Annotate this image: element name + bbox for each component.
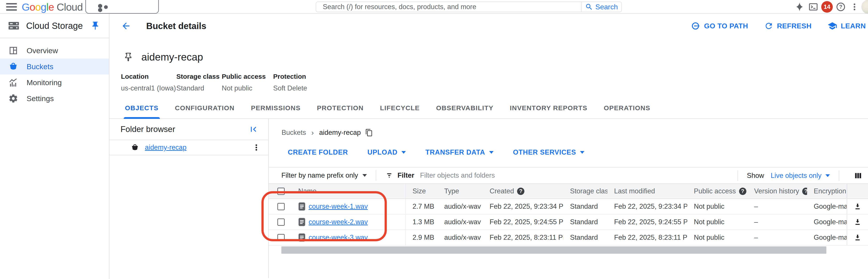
help-icon[interactable]: ? — [834, 0, 848, 14]
bucket-tabs: OBJECTS CONFIGURATION PERMISSIONS PROTEC… — [110, 99, 868, 119]
dashboard-icon — [8, 46, 18, 55]
download-button[interactable] — [854, 218, 862, 226]
table-row: course-week-3.wav 2.9 MB audio/x-wav Feb… — [269, 230, 868, 246]
show-live-objects-dropdown[interactable]: Live objects only — [771, 172, 830, 179]
meta-label: Protection — [273, 73, 326, 80]
horizontal-scrollbar[interactable] — [281, 246, 826, 254]
copy-icon[interactable] — [365, 129, 373, 137]
go-to-path-icon — [691, 21, 701, 31]
collapse-panel-icon[interactable] — [248, 124, 258, 134]
more-options-icon[interactable] — [848, 0, 861, 14]
filter-bar: Filter by name prefix only Filter Show L… — [269, 167, 868, 184]
back-arrow-icon[interactable] — [121, 21, 131, 31]
tab-objects[interactable]: OBJECTS — [124, 104, 160, 118]
project-picker[interactable] — [85, 0, 159, 14]
user-avatar[interactable] — [861, 0, 868, 14]
sidebar-item-buckets[interactable]: Buckets — [0, 59, 109, 75]
cloud-shell-icon[interactable] — [806, 0, 820, 14]
create-folder-button[interactable]: CREATE FOLDER — [288, 148, 348, 156]
download-button[interactable] — [854, 202, 862, 211]
top-bar-icons: 14 ? — [793, 0, 868, 14]
table-row: course-week-2.wav 1.3 MB audio/x-wav Feb… — [269, 215, 868, 230]
cloud-storage-product-icon — [7, 20, 20, 32]
breadcrumb-buckets-link[interactable]: Buckets — [282, 129, 306, 137]
download-button[interactable] — [854, 233, 862, 242]
table-row: course-week-1.wav 2.7 MB audio/x-wav Feb… — [269, 199, 868, 215]
select-all-checkbox[interactable] — [277, 188, 285, 195]
table-header-row: Name Size Type Created? Storage class La… — [269, 184, 868, 199]
objects-panel: Buckets › aidemy-recap CREATE FOLDER UPL… — [269, 119, 868, 278]
refresh-button[interactable]: REFRESH — [764, 21, 811, 31]
meta-label: Public access — [222, 73, 273, 80]
divider — [738, 170, 738, 181]
folder-browser-bucket-row: aidemy-recap — [110, 140, 268, 155]
tab-permissions[interactable]: PERMISSIONS — [250, 104, 302, 118]
bucket-name: aidemy-recap — [141, 51, 203, 63]
divider — [376, 170, 376, 181]
sidebar-item-overview[interactable]: Overview — [0, 43, 109, 59]
tab-lifecycle[interactable]: LIFECYCLE — [379, 104, 421, 118]
breadcrumb-current: aidemy-recap — [319, 129, 361, 137]
meta-label: Storage class — [176, 73, 222, 80]
folder-browser-title: Folder browser — [121, 124, 175, 134]
filter-prefix-dropdown[interactable]: Filter by name prefix only — [281, 171, 367, 179]
bucket-icon — [131, 143, 139, 152]
bucket-title-row: aidemy-recap — [124, 51, 868, 63]
download-icon — [854, 233, 862, 242]
help-icon[interactable]: ? — [739, 188, 746, 195]
help-icon[interactable]: ? — [802, 188, 807, 195]
go-to-path-button[interactable]: GO TO PATH — [691, 21, 748, 31]
sidebar-item-monitoring[interactable]: Monitoring — [0, 75, 109, 90]
folder-browser-bucket-link[interactable]: aidemy-recap — [145, 143, 252, 151]
tab-configuration[interactable]: CONFIGURATION — [174, 104, 236, 118]
columns-icon — [854, 171, 863, 180]
cloud-logo-text: Cloud — [57, 1, 83, 13]
search-input[interactable] — [316, 2, 581, 12]
google-cloud-logo[interactable]: Google Cloud — [22, 1, 83, 12]
meta-value: us-central1 (Iowa) — [121, 84, 176, 92]
show-label: Show — [747, 172, 764, 179]
object-link[interactable]: course-week-2.wav — [309, 218, 368, 226]
refresh-icon — [764, 21, 773, 31]
hamburger-menu-icon[interactable] — [6, 3, 17, 11]
meta-value: Standard — [176, 84, 222, 92]
row-checkbox[interactable] — [277, 234, 285, 241]
chevron-down-icon — [489, 151, 494, 154]
graduation-cap-icon — [828, 21, 837, 31]
gcp-console-page: Google Cloud Search 14 — [0, 0, 868, 279]
other-services-button[interactable]: OTHER SERVICES — [513, 148, 585, 156]
tab-inventory-reports[interactable]: INVENTORY REPORTS — [508, 104, 589, 118]
sidebar-header: Cloud Storage — [0, 14, 109, 38]
tab-protection[interactable]: PROTECTION — [316, 104, 365, 118]
objects-toolbar: CREATE FOLDER UPLOAD TRANSFER DATA OTHER… — [288, 146, 868, 159]
sidebar-item-settings[interactable]: Settings — [0, 90, 109, 107]
header-actions: GO TO PATH REFRESH LEARN — [691, 14, 866, 38]
notifications-badge[interactable]: 14 — [820, 0, 834, 14]
breadcrumb: Buckets › aidemy-recap — [282, 128, 868, 137]
page-header: Bucket details GO TO PATH REFRESH LEARN — [110, 14, 868, 38]
row-checkbox[interactable] — [277, 219, 285, 226]
tab-operations[interactable]: OPERATIONS — [602, 104, 652, 118]
pin-outline-icon[interactable] — [124, 52, 133, 62]
row-more-options-icon[interactable] — [252, 143, 260, 151]
chevron-down-icon — [826, 174, 830, 177]
search-button[interactable]: Search — [581, 2, 621, 12]
object-link[interactable]: course-week-1.wav — [309, 202, 368, 211]
tab-observability[interactable]: OBSERVABILITY — [435, 104, 495, 118]
learn-button[interactable]: LEARN — [828, 21, 866, 31]
help-icon[interactable]: ? — [517, 188, 524, 195]
transfer-data-button[interactable]: TRANSFER DATA — [425, 148, 493, 156]
file-icon — [298, 218, 306, 226]
pin-icon[interactable] — [90, 21, 100, 31]
filter-objects-input[interactable] — [420, 171, 575, 179]
monitoring-icon — [8, 78, 18, 87]
upload-button[interactable]: UPLOAD — [368, 148, 406, 156]
project-hexagons-icon — [97, 4, 112, 12]
column-settings-button[interactable] — [848, 171, 868, 180]
object-link[interactable]: course-week-3.wav — [309, 233, 368, 242]
bucket-icon — [8, 62, 18, 72]
chevron-down-icon — [580, 151, 584, 154]
row-checkbox[interactable] — [277, 203, 285, 210]
gemini-sparkle-icon[interactable] — [793, 0, 806, 14]
meta-value: Not public — [222, 84, 273, 92]
